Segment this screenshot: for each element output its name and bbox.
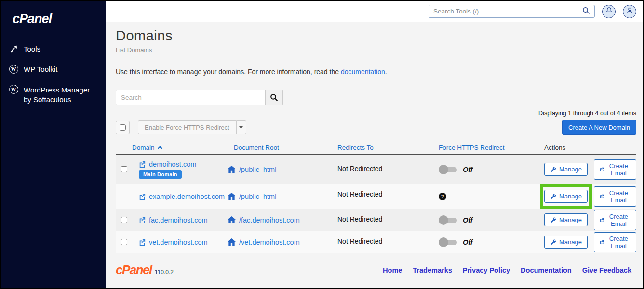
domain-link[interactable]: example.demoihost.com — [139, 193, 225, 200]
table-header-row: Domain Document Root Redirects To Force … — [116, 141, 636, 155]
row-checkbox[interactable] — [121, 239, 127, 245]
caret-down-icon — [239, 126, 243, 129]
app-window: cPanel Tools W WP Toolkit W WordPress Ma… — [0, 0, 644, 289]
document-root-link[interactable]: /public_html — [239, 193, 276, 200]
force-https-toggle[interactable] — [439, 166, 457, 173]
documentation-link[interactable]: documentation — [341, 68, 385, 76]
toggle-state-label: Off — [463, 238, 473, 246]
header-domain-sort[interactable]: Domain — [132, 144, 163, 151]
create-domain-button[interactable]: Create A New Domain — [562, 120, 636, 135]
footer-link-trademarks[interactable]: Trademarks — [413, 266, 452, 274]
tools-search-box — [429, 5, 595, 18]
manage-button[interactable]: Manage — [544, 236, 588, 249]
header-redirects-to[interactable]: Redirects To — [337, 144, 374, 151]
manage-label: Manage — [559, 166, 582, 173]
create-email-label: Create Email — [607, 213, 631, 227]
redirects-to-value: Not Redirected — [337, 184, 438, 198]
domains-table: Domain Document Root Redirects To Force … — [116, 141, 636, 253]
create-email-button[interactable]: Create Email — [594, 232, 636, 252]
header-domain-label: Domain — [132, 144, 155, 151]
header-actions: Actions — [541, 144, 636, 151]
cpanel-logo: cPanel — [1, 10, 106, 39]
user-icon — [626, 7, 633, 16]
external-link-icon — [139, 193, 146, 200]
home-icon — [228, 216, 236, 223]
create-email-label: Create Email — [607, 162, 631, 177]
tools-search-input[interactable] — [433, 8, 582, 15]
row-checkbox[interactable] — [121, 166, 127, 172]
home-icon — [228, 166, 236, 173]
intro-text: Use this interface to manage your domain… — [116, 68, 636, 76]
create-email-button[interactable]: Create Email — [594, 186, 636, 207]
manage-button[interactable]: Manage — [544, 163, 588, 176]
document-root-link[interactable]: /public_html — [239, 166, 276, 173]
manage-button[interactable]: Manage — [544, 190, 588, 203]
create-email-button[interactable]: Create Email — [594, 210, 636, 230]
manage-label: Manage — [559, 193, 582, 200]
sidebar-item-wordpress-manager[interactable]: W WordPress Manager by Softaculous — [1, 80, 106, 110]
content: Domains List Domains Use this interface … — [106, 22, 643, 288]
document-root-link[interactable]: /fac.demoihost.com — [239, 216, 300, 224]
topbar — [106, 1, 643, 22]
select-all-checkbox-button[interactable] — [116, 121, 130, 134]
footer-link-home[interactable]: Home — [383, 266, 402, 274]
domain-link[interactable]: fac.demoihost.com — [139, 216, 208, 224]
sidebar-item-label: WordPress Manager by Softaculous — [24, 85, 99, 105]
wrench-icon — [550, 166, 556, 172]
external-link-icon — [600, 217, 604, 223]
force-https-toggle[interactable] — [439, 238, 457, 246]
select-all-checkbox[interactable] — [120, 124, 126, 131]
wrench-icon — [550, 193, 556, 199]
header-document-root[interactable]: Document Root — [234, 144, 279, 151]
sidebar-item-label: WP Toolkit — [24, 65, 57, 74]
footer: cPanel 110.0.2 Home Trademarks Privacy P… — [116, 263, 636, 288]
sidebar-item-tools[interactable]: Tools — [1, 39, 106, 59]
account-button[interactable] — [623, 5, 636, 18]
external-link-icon — [600, 166, 604, 172]
toggle-state-label: Off — [463, 216, 473, 224]
tools-icon — [9, 44, 18, 53]
main-area: Domains List Domains Use this interface … — [106, 1, 643, 288]
external-link-icon — [600, 239, 604, 245]
wrench-icon — [550, 239, 556, 245]
cpanel-footer-logo: cPanel — [116, 263, 152, 277]
wordpress-icon: W — [9, 85, 18, 94]
force-https-toggle[interactable] — [439, 216, 457, 224]
sidebar-item-label: Tools — [24, 44, 40, 54]
sidebar: cPanel Tools W WP Toolkit W WordPress Ma… — [1, 1, 106, 288]
domain-search-button[interactable] — [266, 90, 283, 105]
domain-name: example.demoihost.com — [149, 193, 225, 200]
highlighted-manage-wrapper: Manage — [544, 190, 588, 203]
external-link-icon — [139, 239, 146, 246]
table-row: fac.demoihost.com /fac.demoihost.com Not… — [116, 209, 636, 231]
footer-link-documentation[interactable]: Documentation — [521, 266, 572, 274]
manage-button[interactable]: Manage — [544, 213, 588, 226]
enable-force-https-button[interactable]: Enable Force HTTPS Redirect — [138, 120, 236, 134]
footer-link-give-feedback[interactable]: Give Feedback — [582, 266, 631, 274]
intro-text-prefix: Use this interface to manage your domain… — [116, 68, 341, 76]
main-domain-badge: Main Domain — [139, 170, 182, 179]
version-number: 110.0.2 — [155, 269, 174, 276]
document-root-link[interactable]: /vet.demoihost.com — [239, 238, 300, 246]
redirects-to-value: Not Redirected — [337, 209, 438, 223]
sidebar-item-wp-toolkit[interactable]: W WP Toolkit — [1, 59, 106, 79]
redirects-to-value: Not Redirected — [337, 231, 438, 245]
filter-row — [116, 90, 636, 105]
footer-links: Home Trademarks Privacy Policy Documenta… — [383, 266, 631, 274]
domain-name: vet.demoihost.com — [149, 238, 208, 246]
domain-name: fac.demoihost.com — [149, 216, 208, 224]
footer-link-privacy-policy[interactable]: Privacy Policy — [463, 266, 510, 274]
row-checkbox[interactable] — [121, 217, 127, 223]
domain-link[interactable]: vet.demoihost.com — [139, 238, 208, 246]
bulk-action-dropdown[interactable] — [236, 120, 246, 134]
domain-search-input[interactable] — [116, 90, 266, 105]
domain-link[interactable]: demoihost.com — [139, 160, 196, 168]
create-email-button[interactable]: Create Email — [594, 159, 636, 180]
notifications-button[interactable] — [602, 5, 616, 18]
header-force-https[interactable]: Force HTTPS Redirect — [439, 144, 505, 151]
displaying-count: Displaying 1 through 4 out of 4 items — [116, 110, 636, 117]
redirects-to-value: Not Redirected — [337, 155, 438, 172]
table-row: vet.demoihost.com /vet.demoihost.com Not… — [116, 231, 636, 253]
question-circle-icon[interactable]: ? — [439, 193, 446, 200]
manage-label: Manage — [559, 238, 582, 246]
